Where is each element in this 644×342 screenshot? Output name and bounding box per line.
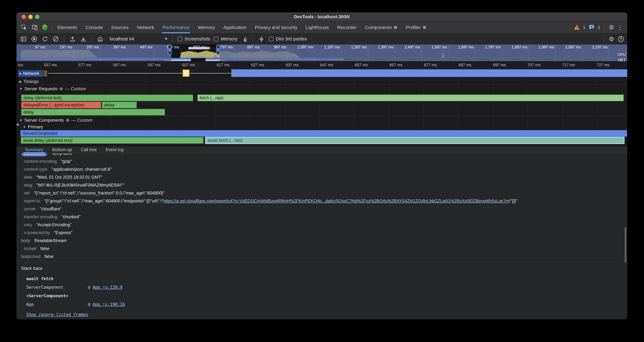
header-row: x-powered-by"Express" (16, 229, 627, 237)
overview-tick-label: 97 ms (21, 45, 47, 61)
live-metrics-icon[interactable] (20, 36, 27, 43)
source-link[interactable]: App.js:190:16 (93, 302, 125, 307)
track-server-requests[interactable]: ▼ Server Requests — Custom (19, 85, 86, 92)
overview-tick-label: 1,497 ms (395, 45, 422, 61)
divider (52, 24, 52, 31)
selection-handle-left[interactable] (168, 45, 172, 55)
report-url-link[interactable]: https://a.nel.cloudflare.com/report/v4?s… (163, 199, 509, 203)
issues-count: 1 (598, 25, 600, 30)
chevron-down-icon[interactable]: ▼ (19, 87, 22, 91)
selection-handle-right[interactable] (216, 45, 220, 55)
property-row: bodyReadableStream (16, 237, 627, 245)
track-timings[interactable]: ▶ Timings (19, 78, 39, 85)
header-key-highlighted: connection (22, 154, 47, 156)
tab-profiler[interactable]: Profiler (402, 22, 431, 33)
checkbox[interactable] (269, 37, 274, 41)
checkbox[interactable] (178, 37, 182, 41)
overview-tick-label: 197 ms (47, 45, 74, 61)
chevron-down-icon[interactable]: ▼ (19, 119, 22, 122)
chevron-right-icon[interactable]: ▶ (19, 80, 22, 84)
collapse-tracks-icon[interactable] (258, 36, 265, 43)
warning-icon[interactable] (574, 25, 580, 31)
settings-gear-icon[interactable]: ⚙ (609, 25, 614, 31)
network-request-blue[interactable] (231, 69, 627, 77)
overview-tick-label: 997 ms (261, 45, 288, 61)
track-server-components[interactable]: ▼ Server Components — Custom (19, 117, 92, 124)
tab-call-tree[interactable]: Call tree (76, 146, 101, 153)
inspect-element-icon[interactable] (20, 24, 27, 31)
tab-bottom-up[interactable]: Bottom-up (48, 146, 76, 153)
issues-icon[interactable] (588, 25, 594, 31)
help-icon[interactable]: ? (618, 36, 624, 42)
collect-garbage-icon[interactable] (241, 36, 248, 43)
dim-3rd-parties-checkbox[interactable]: Dim 3rd parties (269, 36, 307, 42)
tab-elements[interactable]: Elements (53, 22, 81, 33)
network-request-yellow[interactable] (182, 70, 190, 77)
show-ignore-listed-frames-link[interactable]: Show ignore-listed frames (26, 312, 88, 317)
tab-event-log[interactable]: Event log (101, 146, 128, 153)
titlebar: DevTools - localhost:3000/ (16, 12, 627, 21)
divider (604, 24, 605, 31)
tab-recorder[interactable]: Recorder (333, 22, 361, 33)
divider (16, 85, 627, 85)
event-bar-await-delay[interactable]: await delay (deferred text) (21, 137, 204, 144)
screenshots-checkbox[interactable]: Screenshots (178, 36, 210, 42)
chevron-down-icon[interactable]: ▼ (23, 125, 26, 129)
checkbox[interactable] (214, 37, 218, 41)
track-network[interactable]: ▶ Network (18, 70, 43, 77)
stack-trace-section: Stack trace await fetch ServerComponent@… (16, 262, 627, 317)
event-bar-server-component[interactable]: ServerComponent (20, 130, 627, 137)
react-atom-icon (66, 118, 70, 122)
record-icon[interactable] (31, 36, 38, 43)
overview-tick-label: 897 ms (234, 45, 261, 61)
tab-sources[interactable]: Sources (107, 22, 133, 33)
timeline-overview[interactable]: 97 ms 197 ms297 ms397 ms497 ms597 ms697 … (16, 45, 627, 61)
header-row: nel"{\"report_to\":\"cf-nel\",\"success_… (16, 189, 627, 197)
device-toolbar-icon[interactable] (32, 24, 38, 31)
clear-icon[interactable] (52, 36, 59, 43)
overview-tick-label: 597 ms (154, 45, 181, 61)
event-bar-delay-deferred[interactable]: delay (deferred text) (21, 95, 193, 101)
ruler-tick-label: 567 ms (24, 61, 59, 69)
event-bar-delay[interactable]: delay (102, 102, 137, 108)
header-row: content-encoding"gzip" (16, 157, 627, 165)
event-bar-delayed-error[interactable]: delayedError (...ayed exception) (21, 102, 101, 108)
memory-checkbox[interactable]: Memory (214, 36, 238, 42)
tab-console[interactable]: Console (81, 22, 107, 33)
property-row: bodyUsedfalse (16, 252, 627, 260)
load-profile-icon[interactable] (69, 36, 76, 43)
event-bar-await-fetch-selected[interactable]: await fetch (.../api) (205, 137, 624, 144)
stack-frame: ServerComponent@App.js:128:9 (26, 285, 627, 290)
performance-toolbar: localhost #4 Screenshots Memory Dim 3rd … (16, 34, 627, 45)
window-title: DevTools - localhost:3000/ (16, 12, 627, 21)
home-icon[interactable] (97, 36, 104, 43)
flame-chart[interactable]: ▶ Network ▶ Timings ▼ Server Requests — … (16, 69, 627, 146)
capture-settings-gear-icon[interactable]: ⚙ (609, 36, 614, 42)
scrollbar-thumb[interactable] (625, 227, 626, 263)
tab-performance[interactable]: Performance (158, 22, 194, 33)
chevron-right-icon[interactable]: ▶ (19, 72, 22, 75)
track-primary[interactable]: ▼ Primary (23, 124, 43, 130)
tab-lighthouse[interactable]: Lighthouse (302, 22, 333, 33)
overview-tick-label: 1,897 ms (502, 45, 529, 61)
source-link[interactable]: App.js:128:9 (93, 285, 122, 290)
header-row: transfer-encoding"chunked" (16, 213, 627, 221)
ruler-tick-label: 617 ms (197, 61, 231, 69)
summary-pane[interactable]: connection"keep-alive" content-encoding"… (16, 154, 627, 319)
event-bar-delay[interactable]: delay (21, 109, 165, 116)
property-row: lockedfalse (16, 245, 627, 252)
event-bar-fetch-api[interactable]: fetch (.../api) (198, 95, 624, 101)
record-reload-icon[interactable] (42, 36, 48, 43)
tab-network[interactable]: Network (133, 22, 158, 33)
history-dropdown[interactable]: localhost #4 (108, 36, 168, 42)
chevron-down-icon (164, 38, 168, 40)
tab-memory[interactable]: Memory (194, 22, 219, 33)
tab-application[interactable]: Application (219, 22, 251, 33)
tab-summary[interactable]: Summary (20, 146, 48, 153)
extension-gem-icon[interactable] (42, 24, 48, 31)
tab-privacy-security[interactable]: Privacy and security (251, 22, 302, 33)
more-options-icon[interactable]: ⋮ (618, 25, 623, 30)
save-profile-icon[interactable] (80, 36, 87, 43)
tab-components[interactable]: Components (361, 22, 402, 33)
overview-tick-label: 797 ms (208, 45, 234, 61)
